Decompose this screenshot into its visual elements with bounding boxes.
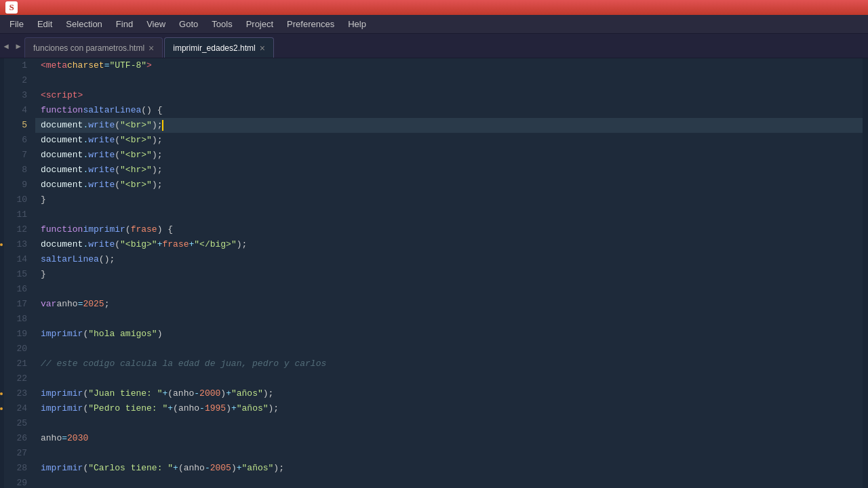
line-num-12: 12: [4, 222, 27, 237]
code-line-10: }: [35, 192, 863, 207]
tab-label-1: imprimir_edades2.html: [173, 43, 255, 53]
code-line-9: document.write("<br>");: [35, 178, 863, 192]
line-num-21: 21: [4, 357, 27, 371]
tab-close-0[interactable]: ×: [149, 43, 154, 53]
right-sidebar: [863, 58, 868, 488]
line-num-28: 28: [4, 461, 27, 476]
line-num-13: 13: [4, 237, 27, 252]
line-num-9: 9: [4, 178, 27, 192]
code-line-29: [35, 476, 863, 488]
code-line-4: function saltarLinea() {: [35, 103, 863, 118]
code-line-7: document.write("<br>");: [35, 148, 863, 163]
code-line-19: imprimir("hola amigos"): [35, 327, 863, 342]
line-num-10: 10: [4, 192, 27, 207]
line-num-1: 1: [4, 58, 27, 73]
code-line-8: document.write("<hr>");: [35, 163, 863, 178]
text-cursor: [162, 120, 163, 131]
line-num-23: 23: [4, 386, 27, 401]
menu-item-file[interactable]: File: [3, 17, 31, 31]
menu-item-help[interactable]: Help: [341, 17, 373, 31]
code-line-1: <meta charset="UTF-8">: [35, 58, 863, 73]
menu-bar: FileEditSelectionFindViewGotoToolsProjec…: [0, 15, 868, 34]
code-line-22: [35, 371, 863, 386]
code-line-20: [35, 342, 863, 357]
line-num-3: 3: [4, 88, 27, 103]
code-line-21: // este codigo calcula la edad de juan, …: [35, 357, 863, 371]
tab-next-button[interactable]: ▶: [12, 34, 24, 58]
line-num-6: 6: [4, 133, 27, 148]
gutter-marker-23: [0, 392, 3, 395]
code-line-14: saltarLinea();: [35, 252, 863, 267]
tab-1[interactable]: imprimir_edades2.html×: [164, 37, 274, 58]
line-num-27: 27: [4, 446, 27, 461]
menu-item-selection[interactable]: Selection: [59, 17, 108, 31]
line-num-22: 22: [4, 371, 27, 386]
app-icon: S: [5, 1, 18, 14]
menu-item-tools[interactable]: Tools: [205, 17, 239, 31]
tab-prev-button[interactable]: ◀: [0, 34, 12, 58]
menu-item-project[interactable]: Project: [239, 17, 280, 31]
code-line-18: [35, 312, 863, 327]
line-num-14: 14: [4, 252, 27, 267]
line-num-8: 8: [4, 163, 27, 178]
gutter-marker-24: [0, 407, 3, 410]
code-line-3: <script>: [35, 88, 863, 103]
line-num-24: 24: [4, 401, 27, 416]
code-line-11: [35, 207, 863, 222]
code-line-17: var anho = 2025;: [35, 297, 863, 312]
code-line-5: document.write("<br>");: [35, 118, 863, 133]
menu-item-edit[interactable]: Edit: [31, 17, 59, 31]
code-line-27: [35, 446, 863, 461]
line-num-5: 5: [4, 118, 27, 133]
code-line-28: imprimir("Carlos tiene: " + (anho-2005) …: [35, 461, 863, 476]
left-gutter: [0, 58, 4, 488]
line-num-18: 18: [4, 312, 27, 327]
editor-wrapper: 1234567891011121314151617181920212223242…: [0, 58, 868, 488]
tab-0[interactable]: funciones con parametros.html×: [24, 37, 163, 58]
code-line-23: imprimir("Juan tiene: " + (anho-2000) + …: [35, 386, 863, 401]
line-num-29: 29: [4, 476, 27, 488]
code-line-25: [35, 416, 863, 431]
line-num-17: 17: [4, 297, 27, 312]
line-num-19: 19: [4, 327, 27, 342]
line-num-25: 25: [4, 416, 27, 431]
line-num-4: 4: [4, 103, 27, 118]
code-line-24: imprimir("Pedro tiene: " + (anho-1995) +…: [35, 401, 863, 416]
menu-item-goto[interactable]: Goto: [172, 17, 205, 31]
code-line-16: [35, 282, 863, 297]
gutter-marker-13: [0, 243, 3, 246]
code-line-12: function imprimir(frase) {: [35, 222, 863, 237]
menu-item-view[interactable]: View: [140, 17, 172, 31]
menu-item-preferences[interactable]: Preferences: [280, 17, 341, 31]
line-num-7: 7: [4, 148, 27, 163]
line-num-2: 2: [4, 73, 27, 88]
code-area[interactable]: <meta charset="UTF-8"><script> function …: [35, 58, 863, 488]
code-line-26: anho = 2030: [35, 431, 863, 446]
line-num-20: 20: [4, 342, 27, 357]
tab-close-1[interactable]: ×: [260, 43, 265, 53]
code-line-6: document.write("<br>");: [35, 133, 863, 148]
tab-label-0: funciones con parametros.html: [33, 43, 144, 53]
line-num-15: 15: [4, 267, 27, 282]
code-line-13: document.write("<big>" + frase + "</big>…: [35, 237, 863, 252]
line-numbers: 1234567891011121314151617181920212223242…: [4, 58, 35, 488]
tab-navigation: ◀ ▶: [0, 34, 24, 58]
tab-bar: ◀ ▶ funciones con parametros.html×imprim…: [0, 34, 868, 58]
title-bar: S: [0, 0, 868, 15]
code-line-2: [35, 73, 863, 88]
menu-item-find[interactable]: Find: [109, 17, 140, 31]
line-num-16: 16: [4, 282, 27, 297]
code-line-15: }: [35, 267, 863, 282]
line-num-26: 26: [4, 431, 27, 446]
line-num-11: 11: [4, 207, 27, 222]
